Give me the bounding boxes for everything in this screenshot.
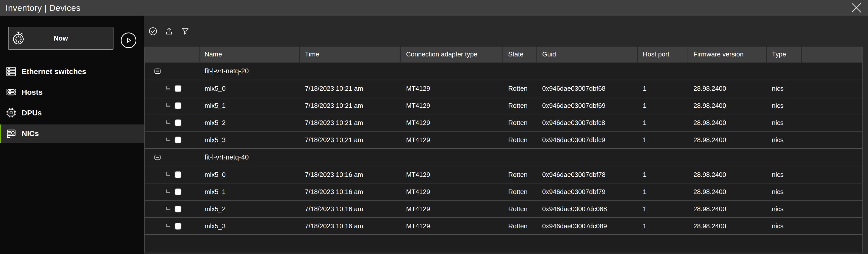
filter-button[interactable] — [180, 26, 190, 36]
column-header-time[interactable]: Time — [300, 47, 401, 62]
row-select-cell — [145, 189, 199, 195]
column-header-name[interactable]: Name — [199, 47, 300, 62]
export-upload-icon — [164, 27, 174, 36]
cell-guid: 0x946dae03007dbf79 — [537, 188, 638, 196]
cell-type: nics — [767, 222, 802, 230]
row-checkbox[interactable] — [175, 189, 181, 195]
column-header-guid[interactable]: Guid — [537, 47, 638, 62]
play-button[interactable] — [121, 32, 136, 48]
sidebar-item-dpus[interactable]: DPUs — [0, 104, 144, 122]
child-branch-icon — [166, 224, 170, 227]
row-checkbox[interactable] — [175, 171, 181, 178]
cell-state: Rotten — [503, 136, 537, 144]
nic-icon — [5, 128, 17, 139]
time-picker-value: Now — [54, 34, 68, 43]
child-branch-icon — [166, 103, 170, 107]
cell-state: Rotten — [503, 222, 537, 230]
cell-state: Rotten — [503, 188, 537, 196]
cell-name: mlx5_0 — [199, 85, 300, 92]
cell-guid: 0x946dae03007dbfc9 — [537, 136, 638, 144]
cell-name: mlx5_3 — [199, 222, 300, 230]
cell-name: mlx5_1 — [199, 188, 300, 196]
row-checkbox[interactable] — [175, 102, 181, 109]
cell-firmware: 28.98.2400 — [688, 119, 767, 127]
table-toolbar — [144, 16, 190, 47]
device-row: mlx5_17/18/2023 10:16 amMT4129Rotten0x94… — [145, 183, 862, 200]
cell-guid: 0x946dae03007dbf68 — [537, 85, 638, 92]
sidebar-item-label: Hosts — [22, 88, 42, 96]
filter-icon — [181, 27, 190, 36]
sidebar-item-label: DPUs — [22, 109, 42, 117]
table-header-row: NameTimeConnection adapter typeStateGuid… — [145, 47, 862, 62]
cell-host_port: 1 — [638, 171, 688, 179]
time-picker-button[interactable]: Now — [8, 27, 114, 50]
column-header-adapter[interactable]: Connection adapter type — [401, 47, 503, 62]
device-row: mlx5_07/18/2023 10:21 amMT4129Rotten0x94… — [145, 80, 862, 97]
cell-guid: 0x946dae03007dbfc8 — [537, 119, 638, 127]
cell-name: mlx5_0 — [199, 171, 300, 179]
row-checkbox[interactable] — [175, 137, 181, 143]
cell-time: 7/18/2023 10:16 am — [300, 171, 401, 179]
cell-state: Rotten — [503, 171, 537, 179]
cell-name: mlx5_1 — [199, 102, 300, 110]
child-branch-icon — [166, 138, 170, 141]
row-checkbox[interactable] — [175, 85, 181, 92]
cell-host_port: 1 — [638, 205, 688, 213]
app-window: Inventory | Devices — [0, 0, 868, 254]
child-branch-icon — [166, 190, 170, 193]
validate-check-icon — [149, 27, 157, 36]
device-row: mlx5_17/18/2023 10:21 amMT4129Rotten0x94… — [145, 97, 862, 114]
ethernet-switches-icon — [5, 66, 17, 77]
cell-guid: 0x946dae03007dbf78 — [537, 171, 638, 179]
cell-firmware: 28.98.2400 — [688, 222, 767, 230]
validate-button[interactable] — [148, 26, 158, 36]
row-checkbox[interactable] — [175, 223, 181, 230]
column-header-firmware[interactable]: Firmware version — [688, 47, 767, 62]
export-button[interactable] — [164, 26, 174, 36]
row-checkbox[interactable] — [175, 206, 181, 213]
child-branch-icon — [166, 86, 170, 89]
cell-adapter: MT4129 — [401, 136, 503, 144]
cell-time: 7/18/2023 10:16 am — [300, 205, 401, 213]
cell-type: nics — [767, 188, 802, 196]
cell-host_port: 1 — [638, 188, 688, 196]
child-branch-icon — [166, 207, 170, 210]
cell-state: Rotten — [503, 102, 537, 110]
close-button[interactable] — [850, 2, 862, 13]
cell-state: Rotten — [503, 119, 537, 127]
cell-time: 7/18/2023 10:21 am — [300, 119, 401, 127]
collapse-group-icon[interactable] — [154, 68, 160, 74]
column-header-empty — [802, 47, 862, 62]
column-header-empty — [145, 47, 199, 62]
sidebar-item-label: Ethernet switches — [22, 67, 86, 76]
device-row: mlx5_37/18/2023 10:21 amMT4129Rotten0x94… — [145, 131, 862, 148]
child-branch-icon — [166, 172, 170, 176]
row-select-cell — [145, 223, 199, 230]
cell-time: 7/18/2023 10:16 am — [300, 188, 401, 196]
sidebar-item-label: NICs — [22, 129, 39, 138]
sidebar-item-nics[interactable]: NICs — [0, 124, 144, 143]
row-select-cell — [145, 206, 199, 213]
device-row: mlx5_37/18/2023 10:16 amMT4129Rotten0x94… — [145, 217, 862, 234]
group-select-cell — [145, 68, 199, 74]
group-row: fit-l-vrt-netq-20 — [145, 62, 862, 80]
row-checkbox[interactable] — [175, 119, 181, 126]
column-header-type[interactable]: Type — [767, 47, 802, 62]
cell-name: mlx5_3 — [199, 136, 300, 144]
cell-state: Rotten — [503, 205, 537, 213]
column-header-host_port[interactable]: Host port — [638, 47, 688, 62]
column-header-state[interactable]: State — [503, 47, 537, 62]
sidebar-item-ethernet-switches[interactable]: Ethernet switches — [0, 62, 144, 81]
cell-type: nics — [767, 102, 802, 110]
table-filler — [145, 234, 862, 253]
cell-adapter: MT4129 — [401, 171, 503, 179]
cell-firmware: 28.98.2400 — [688, 85, 767, 92]
cell-host_port: 1 — [638, 119, 688, 127]
collapse-group-icon[interactable] — [154, 155, 160, 160]
sidebar: Now — [0, 16, 144, 254]
cell-time: 7/18/2023 10:21 am — [300, 102, 401, 110]
group-name: fit-l-vrt-netq-20 — [199, 67, 300, 75]
cell-guid: 0x946dae03007dc088 — [537, 205, 638, 213]
cell-adapter: MT4129 — [401, 188, 503, 196]
sidebar-item-hosts[interactable]: Hosts — [0, 83, 144, 101]
